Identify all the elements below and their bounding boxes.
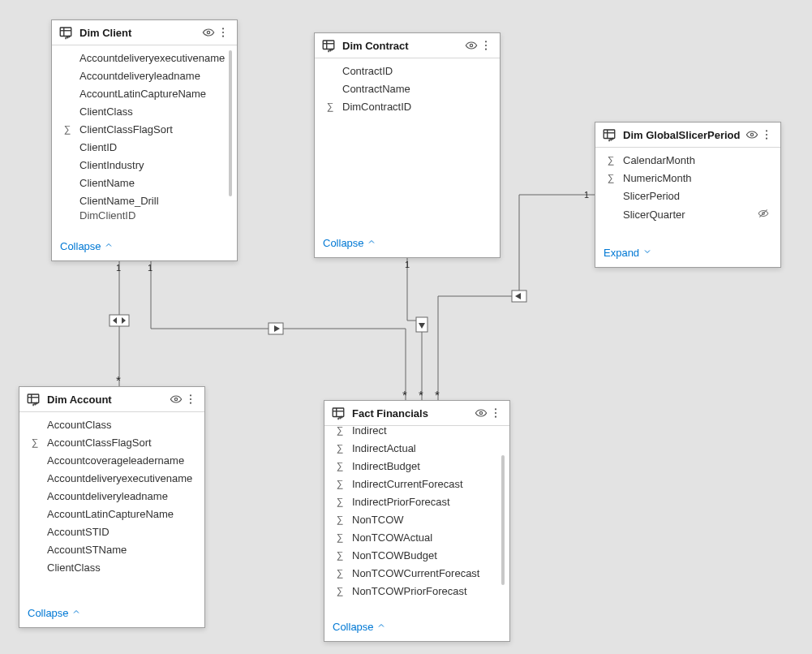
visibility-icon[interactable] bbox=[464, 38, 479, 53]
field-row[interactable]: ∑CalendarMonth bbox=[595, 151, 780, 169]
collapse-toggle[interactable]: Collapse bbox=[52, 235, 237, 260]
field-row[interactable]: ClientClass bbox=[19, 558, 204, 576]
sigma-icon: ∑ bbox=[333, 426, 347, 436]
field-list[interactable]: AccountdeliveryexecutivenameAccountdeliv… bbox=[52, 45, 237, 235]
field-list[interactable]: ∑CalendarMonth∑NumericMonthSlicerPeriodS… bbox=[595, 148, 780, 242]
field-row[interactable]: Accountdeliveryleadname bbox=[52, 67, 237, 84]
table-dimContract[interactable]: Dim Contract ContractIDContractName∑DimC… bbox=[314, 32, 501, 258]
table-header[interactable]: Dim Contract bbox=[315, 33, 500, 58]
collapse-toggle[interactable]: Collapse bbox=[324, 616, 509, 641]
visibility-icon[interactable] bbox=[474, 406, 488, 420]
field-row[interactable]: ContractID bbox=[315, 62, 500, 80]
sigma-icon: ∑ bbox=[333, 478, 347, 489]
svg-point-21 bbox=[485, 45, 487, 46]
field-row[interactable]: ContractName bbox=[315, 80, 500, 97]
svg-rect-23 bbox=[604, 130, 615, 139]
cardinality-label: * bbox=[402, 388, 407, 402]
collapse-toggle[interactable]: Expand bbox=[595, 242, 780, 267]
more-options-icon[interactable] bbox=[216, 25, 230, 40]
field-row[interactable]: ∑IndirectPriorForecast bbox=[324, 493, 509, 510]
table-factFin[interactable]: Fact Financials ∑Indirect∑IndirectActual… bbox=[324, 400, 510, 642]
field-row[interactable]: ∑NonTCOW bbox=[324, 510, 509, 528]
field-row[interactable]: Accountcoverageleadername bbox=[19, 451, 204, 469]
svg-point-29 bbox=[766, 138, 767, 140]
svg-rect-32 bbox=[28, 394, 39, 403]
field-row[interactable]: AccountClass bbox=[19, 415, 204, 433]
field-name: AccountClassFlagSort bbox=[42, 437, 193, 449]
field-row[interactable]: ∑NonTCOWPriorForecast bbox=[324, 582, 509, 600]
field-name: ClientName_Drill bbox=[75, 195, 226, 207]
field-row[interactable]: AccountSTName bbox=[19, 540, 204, 558]
visibility-icon[interactable] bbox=[745, 127, 759, 142]
footer-label: Collapse bbox=[333, 621, 376, 633]
field-row[interactable]: SlicerPeriod bbox=[595, 187, 780, 204]
svg-rect-7 bbox=[512, 290, 526, 302]
field-name: Accountcoverageleadername bbox=[42, 454, 193, 467]
svg-point-36 bbox=[190, 394, 191, 396]
field-row[interactable]: ∑NonTCOWActual bbox=[324, 528, 509, 546]
field-row[interactable]: ∑NumericMonth bbox=[595, 169, 780, 187]
svg-point-12 bbox=[207, 31, 209, 33]
table-title: Dim Contract bbox=[342, 40, 464, 52]
field-row[interactable]: ClientIndustry bbox=[52, 156, 237, 174]
field-row[interactable]: ∑Indirect bbox=[324, 426, 509, 439]
field-row[interactable]: ∑AccountClassFlagSort bbox=[19, 433, 204, 451]
field-list[interactable]: AccountClass∑AccountClassFlagSortAccount… bbox=[19, 412, 204, 602]
hidden-icon[interactable] bbox=[758, 208, 769, 222]
scrollbar[interactable] bbox=[229, 50, 232, 230]
scrollbar-thumb[interactable] bbox=[229, 50, 232, 196]
table-header[interactable]: Fact Financials bbox=[324, 401, 509, 426]
visibility-icon[interactable] bbox=[169, 392, 183, 407]
field-name: Accountdeliveryexecutivename bbox=[42, 472, 193, 484]
field-row[interactable]: ∑ClientClassFlagSort bbox=[52, 120, 237, 138]
field-row[interactable]: ClientName bbox=[52, 174, 237, 191]
field-row[interactable]: ∑IndirectCurrentForecast bbox=[324, 475, 509, 493]
table-title: Fact Financials bbox=[352, 407, 474, 420]
visibility-icon[interactable] bbox=[201, 25, 216, 40]
field-name: NonTCOWActual bbox=[347, 531, 498, 544]
sigma-icon: ∑ bbox=[333, 442, 347, 454]
table-header[interactable]: Dim GlobalSlicerPeriod bbox=[595, 123, 780, 148]
field-row[interactable]: Accountdeliveryexecutivename bbox=[19, 469, 204, 487]
field-row[interactable]: SlicerQuarter bbox=[595, 204, 780, 224]
svg-point-45 bbox=[495, 416, 496, 418]
sigma-icon: ∑ bbox=[333, 567, 347, 579]
field-name: Accountdeliveryleadname bbox=[75, 70, 226, 82]
field-row[interactable]: ∑NonTCOWBudget bbox=[324, 546, 509, 564]
field-row[interactable]: AccountSTID bbox=[19, 523, 204, 540]
field-row[interactable]: ∑DimContractID bbox=[315, 97, 500, 115]
more-options-icon[interactable] bbox=[183, 392, 198, 407]
field-row[interactable]: ∑IndirectBudget bbox=[324, 457, 509, 475]
sigma-icon: ∑ bbox=[604, 154, 618, 166]
scrollbar[interactable] bbox=[501, 431, 505, 611]
table-header[interactable]: Dim Client bbox=[52, 20, 237, 45]
field-name: AccountLatinCaptureName bbox=[42, 508, 193, 520]
field-list[interactable]: ∑Indirect∑IndirectActual∑IndirectBudget∑… bbox=[324, 426, 509, 616]
more-options-icon[interactable] bbox=[479, 38, 493, 53]
field-name: AccountClass bbox=[42, 419, 193, 431]
field-row[interactable]: AccountLatinCaptureName bbox=[19, 505, 204, 523]
table-dimAccount[interactable]: Dim Account AccountClass∑AccountClassFla… bbox=[19, 386, 205, 628]
svg-point-44 bbox=[495, 412, 496, 414]
table-dimClient[interactable]: Dim Client AccountdeliveryexecutivenameA… bbox=[51, 19, 238, 261]
field-row[interactable]: Accountdeliveryleadname bbox=[19, 487, 204, 505]
field-list[interactable]: ContractIDContractName∑DimContractID bbox=[315, 58, 500, 232]
field-row[interactable]: AccountLatinCaptureName bbox=[52, 84, 237, 102]
svg-point-37 bbox=[190, 398, 191, 400]
collapse-toggle[interactable]: Collapse bbox=[19, 602, 204, 627]
field-name: DimClientID bbox=[75, 209, 226, 222]
more-options-icon[interactable] bbox=[488, 406, 503, 420]
field-row[interactable]: Accountdeliveryexecutivename bbox=[52, 49, 237, 67]
field-row[interactable]: ClientClass bbox=[52, 102, 237, 120]
field-row[interactable]: ClientID bbox=[52, 138, 237, 156]
field-row[interactable]: ClientName_Drill bbox=[52, 191, 237, 209]
svg-rect-16 bbox=[323, 41, 334, 49]
field-row[interactable]: DimClientID bbox=[52, 209, 237, 222]
scrollbar-thumb[interactable] bbox=[501, 455, 505, 585]
field-row[interactable]: ∑NonTCOWCurrentForecast bbox=[324, 564, 509, 582]
table-dimSlicer[interactable]: Dim GlobalSlicerPeriod ∑CalendarMonth∑Nu… bbox=[595, 122, 781, 268]
table-header[interactable]: Dim Account bbox=[19, 387, 204, 412]
collapse-toggle[interactable]: Collapse bbox=[315, 232, 500, 257]
field-row[interactable]: ∑IndirectActual bbox=[324, 439, 509, 457]
more-options-icon[interactable] bbox=[759, 127, 774, 142]
